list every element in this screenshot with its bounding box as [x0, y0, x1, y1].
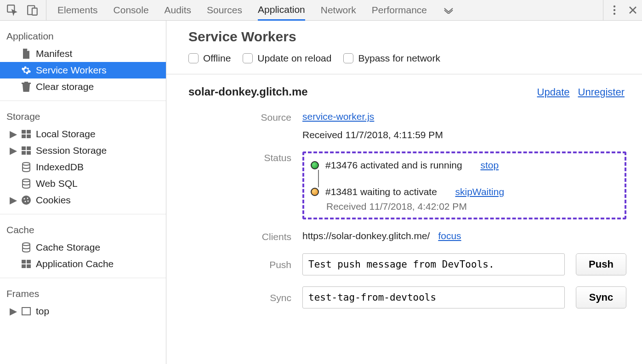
source-received: Received 11/7/2018, 4:11:59 PM [302, 129, 626, 140]
sidebar-item-application-cache[interactable]: Application Cache [0, 256, 166, 272]
svg-point-18 [27, 198, 28, 199]
svg-point-15 [23, 179, 30, 182]
sync-row: Sync Sync [218, 286, 626, 308]
frame-icon [21, 307, 31, 315]
tab-console[interactable]: Console [114, 0, 149, 20]
svg-rect-13 [27, 151, 31, 155]
database-icon [21, 242, 31, 252]
checkbox-update-on-reload[interactable]: Update on reload [243, 53, 331, 64]
svg-rect-6 [22, 130, 26, 134]
sidebar-heading-application: Application [0, 26, 166, 45]
page-title: Service Workers [188, 29, 626, 45]
tab-performance[interactable]: Performance [372, 0, 427, 20]
svg-rect-9 [27, 134, 31, 138]
more-tabs-icon[interactable] [443, 6, 455, 14]
sidebar-item-websql[interactable]: Web SQL [0, 175, 166, 192]
source-label: Source [218, 111, 291, 123]
focus-link[interactable]: focus [438, 230, 461, 241]
status-dot-active-icon [311, 161, 319, 169]
source-row: Source service-worker.js Received 11/7/2… [218, 111, 626, 140]
checkbox-label: Offline [203, 53, 231, 64]
svg-point-14 [23, 162, 30, 165]
unregister-link[interactable]: Unregister [578, 86, 625, 98]
kebab-menu-icon[interactable] [613, 5, 616, 16]
status-waiting-line: #13481 waiting to activate skipWaiting [311, 186, 615, 197]
devtools-toolbar: Elements Console Audits Sources Applicat… [0, 0, 642, 21]
sidebar-item-label: Session Storage [36, 145, 107, 156]
chevron-right-icon: ▶ [10, 129, 17, 140]
source-file-link[interactable]: service-worker.js [302, 111, 626, 122]
close-icon[interactable] [628, 6, 637, 15]
origin-name: solar-donkey.glitch.me [188, 85, 308, 98]
sidebar-item-label: Web SQL [36, 178, 78, 189]
tab-network[interactable]: Network [321, 0, 356, 20]
svg-rect-26 [22, 308, 30, 315]
inspect-icon[interactable] [6, 4, 18, 16]
trash-icon [21, 82, 31, 92]
skipwaiting-link[interactable]: skipWaiting [455, 186, 505, 197]
tab-sources[interactable]: Sources [207, 0, 242, 20]
tab-elements[interactable]: Elements [57, 0, 98, 20]
sidebar-item-manifest[interactable]: Manifest [0, 45, 166, 62]
checkbox-label: Bypass for network [358, 53, 440, 64]
checkbox-offline[interactable]: Offline [188, 53, 231, 64]
grid-icon [21, 130, 31, 138]
svg-rect-8 [22, 134, 26, 138]
status-active-text: #13476 activated and is running [325, 160, 462, 171]
sync-input[interactable] [302, 286, 565, 308]
sidebar-item-clear-storage[interactable]: Clear storage [0, 78, 166, 95]
sidebar-item-cookies[interactable]: ▶ Cookies [0, 192, 166, 208]
push-row: Push Push [218, 253, 626, 275]
client-url: https://solar-donkey.glitch.me/ [302, 230, 430, 241]
push-label: Push [218, 258, 291, 270]
status-dot-waiting-icon [311, 188, 319, 196]
origin-row: solar-donkey.glitch.me Update Unregister [188, 85, 626, 98]
sidebar-item-indexeddb[interactable]: IndexedDB [0, 159, 166, 175]
sidebar-item-frame-top[interactable]: ▶ top [0, 303, 166, 319]
sidebar-item-label: Manifest [36, 48, 72, 59]
tab-application[interactable]: Application [258, 0, 305, 21]
sidebar-item-service-workers[interactable]: Service Workers [0, 62, 166, 78]
clients-row: Clients https://solar-donkey.glitch.me/ … [218, 230, 626, 242]
svg-rect-25 [27, 264, 31, 268]
chevron-right-icon: ▶ [10, 145, 17, 156]
svg-point-19 [25, 201, 26, 202]
cookie-icon [21, 195, 31, 205]
status-label: Status [218, 151, 291, 163]
svg-rect-10 [22, 146, 26, 150]
sidebar-item-session-storage[interactable]: ▶ Session Storage [0, 142, 166, 159]
svg-rect-2 [32, 8, 37, 15]
sidebar-item-label: IndexedDB [36, 162, 84, 173]
svg-rect-7 [27, 130, 31, 134]
status-row: Status #13476 activated and is running s… [218, 151, 626, 219]
sync-label: Sync [218, 291, 291, 303]
svg-point-16 [22, 196, 31, 205]
svg-point-21 [23, 243, 30, 246]
svg-point-4 [614, 9, 615, 11]
update-link[interactable]: Update [537, 86, 570, 98]
push-input[interactable] [302, 253, 565, 275]
status-active-line: #13476 activated and is running stop [311, 160, 615, 171]
clients-label: Clients [218, 230, 291, 242]
options-row: Offline Update on reload Bypass for netw… [188, 53, 626, 64]
panel-tabs: Elements Console Audits Sources Applicat… [57, 0, 455, 20]
sync-button[interactable]: Sync [576, 286, 626, 308]
grid-icon [21, 146, 31, 155]
checkbox-bypass-for-network[interactable]: Bypass for network [343, 53, 440, 64]
sidebar-item-label: Cookies [36, 195, 71, 206]
device-toggle-icon[interactable] [27, 4, 39, 16]
sidebar-item-label: Clear storage [36, 81, 94, 92]
sidebar-item-local-storage[interactable]: ▶ Local Storage [0, 126, 166, 142]
file-icon [21, 49, 31, 59]
sidebar-item-label: top [36, 306, 49, 317]
sidebar-item-cache-storage[interactable]: Cache Storage [0, 239, 166, 256]
push-button[interactable]: Push [576, 253, 626, 275]
status-waiting-received: Received 11/7/2018, 4:42:02 PM [326, 201, 615, 212]
sidebar-item-label: Local Storage [36, 129, 96, 140]
sidebar-heading-frames: Frames [0, 284, 166, 303]
chevron-right-icon: ▶ [10, 195, 17, 206]
sidebar-item-label: Service Workers [36, 65, 107, 76]
svg-rect-24 [22, 264, 26, 268]
tab-audits[interactable]: Audits [165, 0, 191, 20]
stop-link[interactable]: stop [480, 160, 499, 171]
